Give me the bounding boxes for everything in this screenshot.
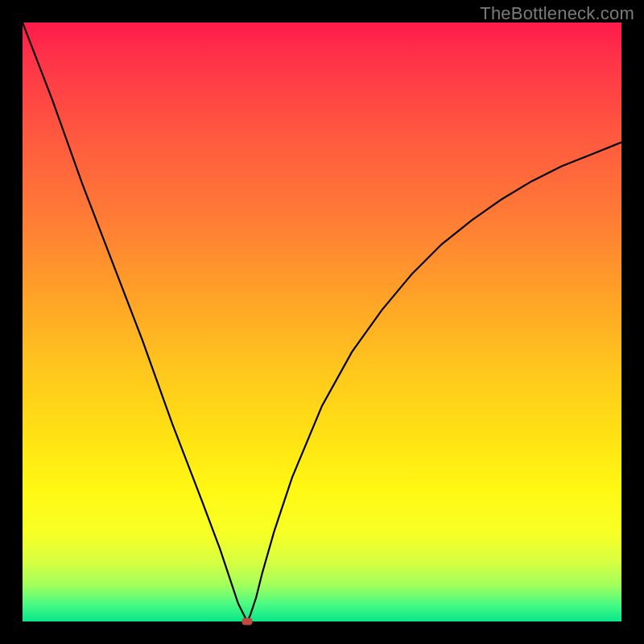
chart-frame: TheBottleneck.com <box>0 0 644 644</box>
watermark-text: TheBottleneck.com <box>480 3 634 24</box>
optimal-point-marker <box>242 618 253 625</box>
curve-svg <box>23 23 621 621</box>
bottleneck-curve <box>23 23 621 621</box>
plot-area <box>23 23 621 621</box>
